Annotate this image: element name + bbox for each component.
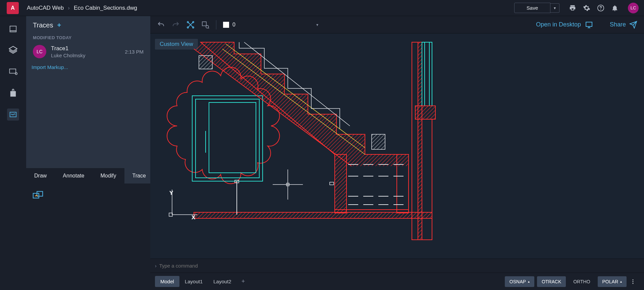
layout-tabs: ModelLayout1Layout2 (155, 276, 237, 287)
svg-rect-20 (196, 99, 259, 178)
status-toggle-otrack[interactable]: OTRACK (537, 276, 566, 287)
monitor-icon (585, 21, 593, 29)
svg-rect-19 (192, 96, 263, 181)
svg-rect-2 (10, 26, 16, 31)
share-button[interactable]: Share (610, 21, 637, 29)
save-dropdown[interactable]: ▾ (550, 3, 559, 13)
tool-tab-annotate[interactable]: Annotate (55, 168, 92, 184)
trace-user: Luke Cholmsky (51, 53, 120, 58)
svg-point-53 (633, 279, 634, 280)
zoom-window-icon[interactable] (201, 21, 209, 29)
send-icon (629, 21, 637, 29)
user-avatar[interactable]: LC (628, 3, 639, 13)
status-bar: ModelLayout1Layout2 + OSNAP▴OTRACKORTHOP… (150, 273, 644, 290)
chevron-right-icon: › (68, 5, 70, 11)
svg-point-5 (15, 73, 17, 75)
panel-section-header: MODIFIED TODAY (26, 33, 150, 42)
trace-tool-icon[interactable] (32, 190, 44, 201)
svg-rect-39 (415, 106, 435, 119)
command-input[interactable] (159, 263, 639, 269)
gear-icon[interactable] (583, 4, 590, 12)
svg-rect-4 (10, 69, 16, 73)
rail-screen-icon[interactable] (7, 66, 19, 78)
left-rail (0, 16, 26, 290)
svg-line-23 (194, 49, 352, 166)
svg-rect-34 (418, 42, 422, 240)
svg-text:Y: Y (170, 190, 173, 196)
layout-tab-layout1[interactable]: Layout1 (179, 276, 208, 287)
canvas-area: 0 ▾ Open in Desktop Share Custom View (150, 16, 644, 290)
svg-point-1 (600, 9, 601, 10)
zoom-extents-icon[interactable] (186, 21, 195, 29)
open-in-desktop-button[interactable]: Open in Desktop (536, 21, 593, 29)
svg-rect-3 (10, 31, 16, 32)
tool-palette (26, 184, 150, 290)
svg-rect-33 (412, 42, 418, 240)
svg-rect-51 (330, 182, 334, 185)
breadcrumb-app[interactable]: AutoCAD Web (27, 5, 64, 11)
chevron-up-icon: ▴ (620, 280, 622, 283)
svg-rect-9 (37, 191, 43, 196)
traces-panel: Traces + MODIFIED TODAY LC Trace1 Luke C… (26, 16, 150, 290)
tool-tabs: DrawAnnotateModifyTrace (26, 168, 150, 184)
canvas-toolbar: 0 ▾ Open in Desktop Share (150, 16, 644, 33)
svg-text:X: X (192, 215, 195, 220)
app-logo[interactable]: A (7, 2, 19, 14)
undo-button[interactable] (157, 21, 165, 29)
svg-rect-7 (10, 112, 16, 117)
rail-traces-icon[interactable] (7, 108, 19, 121)
save-button[interactable]: Save (514, 3, 550, 13)
svg-rect-35 (422, 42, 432, 106)
svg-point-15 (206, 25, 209, 28)
topbar: A AutoCAD Web › Eco Cabin_Sections.dwg S… (0, 0, 644, 16)
svg-rect-24 (335, 154, 346, 213)
tool-tab-trace[interactable]: Trace (124, 168, 154, 184)
svg-rect-40 (194, 212, 432, 218)
tool-tab-draw[interactable]: Draw (26, 168, 55, 184)
status-toggle-polar[interactable]: POLAR▴ (598, 276, 627, 287)
chevron-down-icon: ▾ (316, 22, 318, 27)
svg-rect-26 (372, 134, 385, 149)
command-bar: › (150, 259, 644, 273)
svg-rect-6 (10, 91, 16, 96)
breadcrumb: AutoCAD Web › Eco Cabin_Sections.dwg (27, 5, 137, 11)
drawing-content: Y X (150, 33, 644, 259)
rail-drawing-icon[interactable] (7, 23, 19, 35)
import-markup-link[interactable]: Import Markup... (26, 61, 150, 73)
bell-icon[interactable] (611, 4, 619, 12)
layout-tab-model[interactable]: Model (155, 276, 179, 287)
svg-line-28 (222, 49, 365, 154)
layer-name: 0 (232, 22, 300, 28)
svg-rect-38 (422, 119, 432, 240)
layer-color-swatch (223, 22, 229, 28)
tool-tab-modify[interactable]: Modify (92, 168, 124, 184)
svg-rect-14 (202, 22, 206, 26)
trace-name: Trace1 (51, 45, 120, 52)
add-trace-button[interactable]: + (57, 21, 61, 29)
rail-layers-icon[interactable] (7, 44, 19, 56)
status-toggle-osnap[interactable]: OSNAP▴ (505, 276, 534, 287)
svg-rect-21 (209, 102, 256, 173)
svg-rect-52 (199, 56, 212, 69)
chevron-up-icon: ▴ (528, 280, 530, 283)
trace-user-avatar: LC (33, 45, 46, 58)
panel-title: Traces (33, 21, 53, 29)
layer-selector[interactable]: 0 ▾ (223, 22, 318, 28)
add-layout-button[interactable]: + (237, 275, 250, 288)
trace-item[interactable]: LC Trace1 Luke Cholmsky 2:13 PM (26, 42, 150, 61)
rail-attach-icon[interactable] (7, 87, 19, 99)
more-options-icon[interactable] (627, 276, 639, 287)
svg-rect-16 (586, 22, 592, 26)
print-icon[interactable] (569, 4, 576, 12)
layout-tab-layout2[interactable]: Layout2 (208, 276, 236, 287)
help-icon[interactable] (597, 4, 604, 12)
svg-point-54 (633, 281, 634, 282)
status-toggle-ortho[interactable]: ORTHO (569, 276, 595, 287)
drawing-canvas[interactable]: Custom View (150, 33, 644, 259)
trace-time: 2:13 PM (125, 49, 144, 55)
command-prompt-icon: › (155, 263, 157, 269)
redo-button[interactable] (172, 21, 180, 29)
breadcrumb-file[interactable]: Eco Cabin_Sections.dwg (74, 5, 137, 11)
svg-point-55 (633, 283, 634, 284)
